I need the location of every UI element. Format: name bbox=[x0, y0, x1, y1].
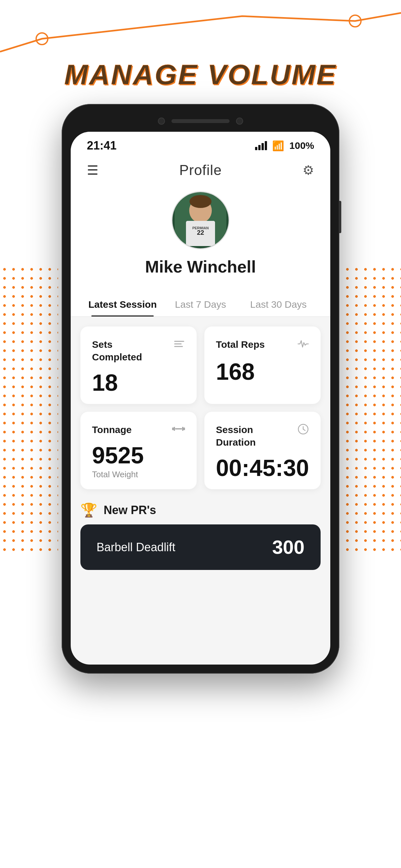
signal-bar-3 bbox=[261, 143, 264, 150]
svg-rect-13 bbox=[175, 428, 182, 430]
stat-header-tonnage: Tonnage bbox=[92, 423, 185, 436]
profile-section: 22 PERMIAN Mike Winchell bbox=[71, 185, 330, 292]
pr-exercise-name: Barbell Deadlift bbox=[96, 540, 175, 554]
user-name: Mike Winchell bbox=[145, 257, 256, 276]
page-title-label: Profile bbox=[179, 162, 222, 178]
signal-bars-icon bbox=[255, 141, 267, 150]
stat-header-duration: Session Duration bbox=[216, 423, 309, 448]
stat-card-sets: Sets Completed 18 bbox=[81, 327, 197, 404]
svg-rect-11 bbox=[172, 428, 174, 430]
svg-text:22: 22 bbox=[197, 229, 204, 236]
phone-speaker bbox=[172, 119, 229, 123]
app-header: ☰ Profile ⚙ bbox=[71, 156, 330, 185]
stat-sublabel-tonnage: Total Weight bbox=[92, 469, 185, 479]
svg-rect-12 bbox=[174, 427, 175, 431]
stat-card-tonnage: Tonnage 9525 bbox=[81, 412, 197, 489]
stat-value-reps: 168 bbox=[216, 360, 309, 383]
signal-bar-4 bbox=[265, 141, 267, 150]
stat-label-sets: Sets Completed bbox=[92, 338, 157, 363]
stat-card-reps: Total Reps 168 bbox=[204, 327, 320, 404]
prs-section-title: New PR's bbox=[104, 503, 156, 517]
clock-icon bbox=[297, 423, 309, 438]
stat-header-sets: Sets Completed bbox=[92, 338, 185, 363]
stat-value-tonnage: 9525 bbox=[92, 444, 185, 467]
page-title-area: MANAGE VOLUME bbox=[0, 0, 401, 104]
phone-mockup: 21:41 📶 100% ☰ P bbox=[0, 104, 401, 700]
avatar-image: 22 PERMIAN bbox=[173, 192, 228, 248]
pr-exercise-value: 300 bbox=[272, 536, 305, 558]
phone-top-bar bbox=[71, 113, 330, 129]
manage-volume-title: MANAGE VOLUME bbox=[0, 58, 401, 91]
tab-latest-session[interactable]: Latest Session bbox=[84, 292, 161, 316]
pr-card[interactable]: Barbell Deadlift 300 bbox=[81, 524, 320, 570]
svg-text:PERMIAN: PERMIAN bbox=[192, 226, 209, 230]
stat-value-sets: 18 bbox=[92, 371, 185, 394]
phone-side-button bbox=[339, 201, 341, 233]
tab-last-30-days[interactable]: Last 30 Days bbox=[240, 292, 317, 316]
prs-header: 🏆 New PR's bbox=[81, 502, 320, 518]
svg-line-18 bbox=[303, 429, 305, 430]
stat-value-duration: 00:45:30 bbox=[216, 456, 309, 479]
signal-bar-2 bbox=[258, 145, 260, 150]
battery-level: 100% bbox=[289, 140, 314, 151]
menu-icon[interactable]: ☰ bbox=[87, 163, 98, 178]
svg-point-7 bbox=[189, 195, 212, 208]
stat-label-reps: Total Reps bbox=[216, 338, 265, 351]
wifi-icon: 📶 bbox=[272, 140, 284, 151]
phone-camera-left bbox=[158, 118, 165, 125]
svg-rect-15 bbox=[183, 428, 185, 430]
status-icons: 📶 100% bbox=[255, 140, 314, 151]
svg-rect-14 bbox=[182, 427, 183, 431]
phone-camera-right bbox=[236, 118, 243, 125]
barbell-icon bbox=[172, 423, 185, 436]
tab-last-7-days[interactable]: Last 7 Days bbox=[161, 292, 239, 316]
phone-screen: 21:41 📶 100% ☰ P bbox=[71, 132, 330, 664]
signal-bar-1 bbox=[255, 147, 257, 150]
settings-icon[interactable]: ⚙ bbox=[303, 163, 314, 178]
status-time: 21:41 bbox=[87, 139, 117, 152]
status-bar: 21:41 📶 100% bbox=[71, 132, 330, 156]
activity-icon bbox=[297, 338, 309, 352]
stat-header-reps: Total Reps bbox=[216, 338, 309, 352]
avatar[interactable]: 22 PERMIAN bbox=[172, 191, 229, 249]
stats-grid: Sets Completed 18 bbox=[71, 317, 330, 499]
phone-body: 21:41 📶 100% ☰ P bbox=[62, 104, 339, 674]
stat-label-duration: Session Duration bbox=[216, 423, 281, 448]
list-icon bbox=[174, 338, 185, 352]
trophy-icon: 🏆 bbox=[81, 502, 97, 518]
stat-label-tonnage: Tonnage bbox=[92, 423, 132, 436]
profile-tabs: Latest Session Last 7 Days Last 30 Days bbox=[71, 292, 330, 317]
prs-section: 🏆 New PR's Barbell Deadlift 300 bbox=[71, 499, 330, 577]
stat-card-duration: Session Duration 00:45:30 bbox=[204, 412, 320, 489]
